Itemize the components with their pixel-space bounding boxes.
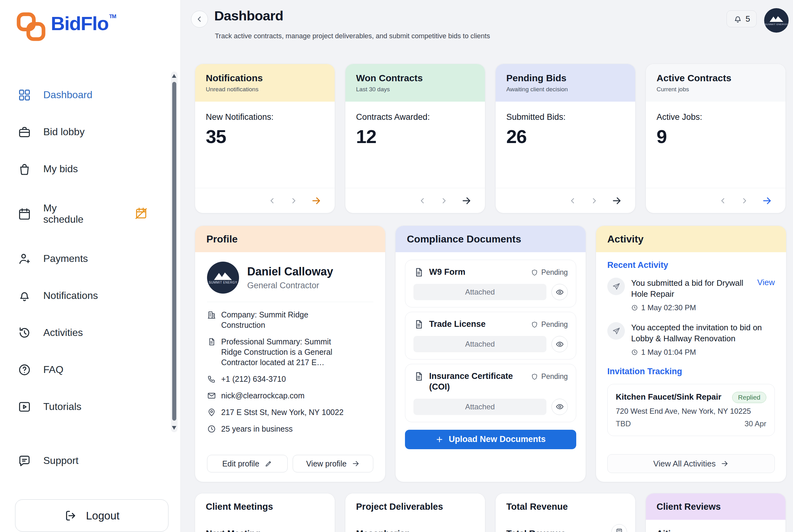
bidflo-logo-icon (16, 12, 46, 41)
partial-row-text: Mesopherian (356, 529, 474, 532)
sidebar-item-bid-lobby[interactable]: Bid lobby (18, 121, 181, 143)
arrow-right-icon (762, 195, 772, 206)
next-page-button[interactable] (440, 197, 448, 205)
prev-page-button[interactable] (719, 197, 727, 205)
profile-company-row: Company: Summit Ridge Construction (207, 310, 373, 330)
sidebar-nav: Dashboard Bid lobby My bids My schedule … (0, 84, 181, 487)
sidebar-item-faq[interactable]: FAQ (18, 359, 181, 381)
attached-file-button[interactable]: Attached (413, 284, 546, 300)
partial-row-text: Total Revenue (506, 529, 625, 532)
payments-icon (18, 252, 31, 266)
calculator-icon (615, 528, 623, 532)
stat-body: New Notifications: 35 (195, 102, 335, 158)
attached-file-button[interactable]: Attached (413, 399, 546, 415)
sidebar-item-payments[interactable]: Payments (18, 248, 181, 270)
calendar-off-icon[interactable] (134, 206, 148, 220)
document-top: Insurance Certificate (COI) Pending (413, 371, 568, 393)
card-title: Client Meetings (206, 501, 273, 512)
attached-file-button[interactable]: Attached (413, 336, 546, 352)
stat-title: Pending Bids (506, 73, 625, 83)
activity-text: You submitted a bid for Drywall Hole Rep… (631, 278, 754, 300)
card-body: Next Meeting (195, 520, 335, 532)
sidebar-item-my-bids[interactable]: My bids (18, 158, 181, 180)
calculator-button[interactable] (611, 524, 627, 532)
activity-time: 1 May 01:04 PM (631, 348, 775, 357)
sidebar-item-dashboard[interactable]: Dashboard (18, 84, 181, 106)
card-body: Aiti (646, 520, 786, 532)
video-icon (18, 400, 31, 414)
stat-card-won-contracts: Won Contracts Last 30 days Contracts Awa… (345, 64, 485, 213)
document-bottom: Attached (413, 399, 568, 415)
prev-page-button[interactable] (569, 197, 577, 205)
document-name: W9 Form (429, 267, 466, 278)
stat-card-header: Pending Bids Awaiting client decision (496, 64, 635, 102)
prev-page-button[interactable] (268, 197, 276, 205)
activity-text: You accepted the invitation to bid on Lo… (631, 322, 775, 344)
scroll-down-arrow-icon[interactable] (172, 426, 176, 430)
logout-label: Logout (86, 509, 119, 522)
view-activity-link[interactable]: View (757, 278, 775, 300)
profile-address-row: 217 E Stst St, New York, NY 10022 (207, 407, 373, 418)
view-profile-button[interactable]: View profile (293, 455, 373, 472)
invitation-title: Kitchen Faucet/Sink Repair (616, 392, 728, 402)
user-avatar[interactable]: SUMMIT ENERGY (764, 8, 789, 33)
stat-subtitle: Unread notifications (206, 86, 324, 93)
mountain-logo-icon (769, 15, 784, 23)
profile-summary: Professional Summary: Summit Ridge Const… (221, 337, 353, 368)
next-page-button[interactable] (289, 197, 298, 205)
edit-profile-button[interactable]: Edit profile (207, 455, 288, 472)
sidebar-item-support[interactable]: Support (18, 450, 181, 472)
phone-icon (207, 375, 216, 384)
prev-page-button[interactable] (418, 197, 427, 205)
activity-title: Activity (607, 233, 644, 245)
go-to-pending-bids-button[interactable] (611, 195, 622, 206)
document-name: Trade License (429, 319, 486, 330)
sidebar-item-label: Payments (43, 253, 88, 264)
sidebar-scrollbar[interactable] (171, 72, 177, 432)
status-badge: Pending (542, 268, 568, 277)
profile-card: Profile SUMMIT ENERGY Daniel Calloway Ge… (195, 226, 385, 482)
profile-summary-row: Professional Summary: Summit Ridge Const… (207, 337, 373, 368)
next-page-button[interactable] (740, 197, 749, 205)
status-badge: Pending (542, 372, 568, 381)
stat-body: Contracts Awarded: 12 (345, 102, 485, 158)
compliance-card: Compliance Documents W9 Form Pending (395, 226, 586, 482)
upload-new-documents-button[interactable]: Upload New Documents (405, 430, 576, 449)
recent-activity-heading: Recent Activity (607, 260, 775, 270)
preview-document-button[interactable] (551, 399, 568, 415)
go-to-notifications-button[interactable] (311, 195, 322, 206)
divider (207, 302, 373, 302)
sidebar-item-activities[interactable]: Activities (18, 322, 181, 344)
activity-body: Recent Activity You submitted a bid for … (596, 252, 786, 444)
sidebar-item-label: Dashboard (43, 89, 93, 101)
file-icon (413, 267, 424, 278)
stat-card-header: Notifications Unread notifications (195, 64, 335, 102)
notifications-button[interactable]: 5 (726, 11, 757, 27)
back-button[interactable] (191, 11, 208, 27)
sidebar-item-tutorials[interactable]: Tutorials (18, 396, 181, 418)
sidebar-item-my-schedule[interactable]: My schedule (18, 195, 181, 233)
stat-title: Active Contracts (657, 73, 775, 83)
sidebar-item-label: Support (43, 455, 78, 467)
activity-header: Activity (596, 226, 786, 252)
arrow-right-icon (720, 459, 729, 468)
trademark: TM (109, 14, 116, 19)
preview-document-button[interactable] (551, 284, 568, 300)
plus-icon (435, 435, 443, 443)
logout-button[interactable]: Logout (15, 499, 168, 532)
stat-label: Contracts Awarded: (356, 112, 474, 122)
preview-document-button[interactable] (551, 336, 568, 352)
next-page-button[interactable] (590, 197, 598, 205)
sidebar-item-notifications[interactable]: Notifications (18, 285, 181, 307)
go-to-active-contracts-button[interactable] (762, 195, 772, 206)
client-reviews-card: Client Reviews Aiti (646, 493, 786, 532)
status-badge: Pending (542, 320, 568, 329)
person-row: SUMMIT ENERGY Daniel Calloway General Co… (207, 262, 373, 293)
go-to-won-contracts-button[interactable] (461, 195, 472, 206)
card-title: Project Deliverables (356, 501, 443, 512)
view-all-activities-button[interactable]: View All Activities (607, 454, 775, 473)
invitation-date: 30 Apr (745, 419, 766, 428)
scrollbar-thumb[interactable] (172, 82, 176, 421)
logout-icon (64, 509, 78, 522)
scroll-up-arrow-icon[interactable] (172, 74, 176, 78)
